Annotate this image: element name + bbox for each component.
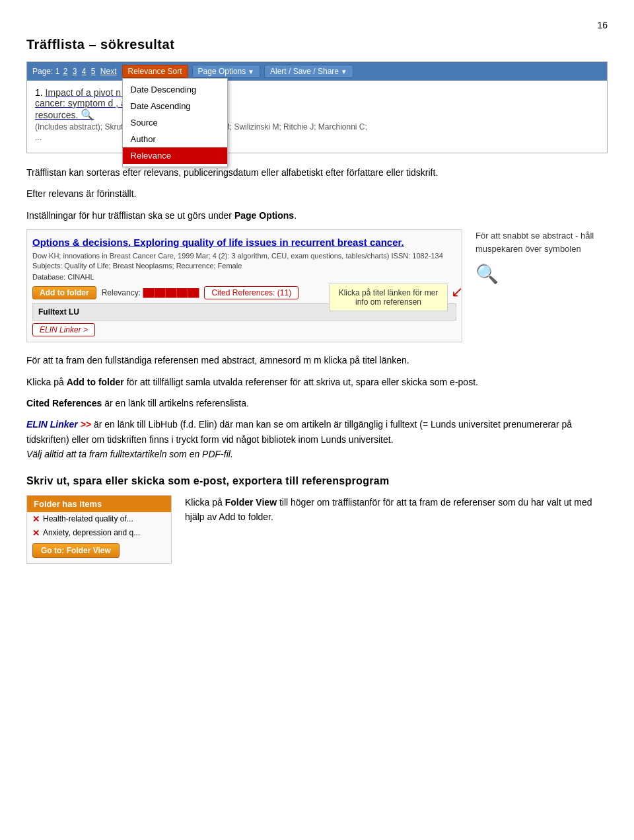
results-toolbar: Page: 1 2 3 4 5 Next Relevance Sort Date… [27, 62, 607, 81]
remove-item-1-icon[interactable]: ✕ [32, 514, 40, 524]
page-4-link[interactable]: 4 [82, 67, 87, 76]
next-link[interactable]: Next [100, 67, 117, 76]
para-elin-linker: ELIN Linker >> är en länk till LibHub (f… [26, 417, 608, 461]
abstract-side-note: För att snabbt se abstract - håll muspek… [476, 229, 608, 288]
page-options-btn[interactable]: Page Options [192, 65, 260, 78]
para-cited-references: Cited References är en länk till artikel… [26, 396, 608, 410]
folder-screenshot: Folder has items ✕ Health-related qualit… [26, 495, 172, 564]
ref-title-link[interactable]: Options & decisions. Exploring quality o… [32, 235, 456, 249]
relevance-sort-btn[interactable]: Relevance Sort [122, 65, 188, 78]
magnifier-icon: 🔍 [476, 260, 608, 288]
relevancy-dots: ██████████ [143, 288, 199, 297]
sort-source[interactable]: Source [123, 114, 227, 131]
page-number: 16 [26, 20, 608, 30]
ref-meta: Dow KH; innovations in Breast Cancer Car… [32, 252, 456, 260]
remove-item-2-icon[interactable]: ✕ [32, 528, 40, 538]
page-5-link[interactable]: 5 [91, 67, 96, 76]
result-item-1: 1. Impact of a pivot n with lung or brea… [35, 87, 599, 142]
italic-pdf-note: Välj alltid att ta fram fulltextartikeln… [26, 449, 233, 459]
result-more: ... [35, 133, 599, 142]
sort-date-asc[interactable]: Date Ascending [123, 98, 227, 114]
page-3-link[interactable]: 3 [73, 67, 77, 76]
sort-author[interactable]: Author [123, 131, 227, 147]
cited-references-btn[interactable]: Cited References: (11) [204, 286, 299, 299]
folder-header: Folder has items [27, 496, 171, 512]
ref-subjects: Subjects: Quality of Life; Breast Neopla… [32, 262, 456, 270]
reference-screenshot: Options & decisions. Exploring quality o… [26, 229, 462, 342]
alert-save-share-btn[interactable]: Alert / Save / Share [264, 65, 353, 78]
page-indicator: Page: 1 2 3 4 5 Next [32, 67, 118, 76]
sort-dropdown-menu: Date Descending Date Ascending Source Au… [122, 78, 228, 167]
elin-logo: ELIN Linker >> [26, 419, 94, 430]
para-sort-explanation: Träfflistan kan sorteras efter relevans,… [26, 165, 608, 180]
add-to-folder-btn[interactable]: Add to folder [32, 286, 96, 299]
folder-item-2: ✕ Anxiety, depression and q... [27, 526, 171, 540]
sort-date-desc[interactable]: Date Descending [123, 81, 227, 98]
para-default-sort: Efter relevans är förinställt. [26, 186, 608, 201]
result-number: 1. [35, 87, 43, 98]
folder-item-1: ✕ Health-related quality of... [27, 512, 171, 526]
sort-relevance[interactable]: Relevance [123, 147, 227, 164]
section2-heading: Skriv ut, spara eller skicka som e-post,… [26, 475, 608, 487]
ref-database: Database: CINAHL [32, 273, 456, 281]
para-folder-description: Klicka på Folder View till höger om träf… [185, 495, 608, 525]
results-content: 1. Impact of a pivot n with lung or brea… [27, 81, 607, 153]
elin-linker-btn[interactable]: ELIN Linker > [32, 323, 95, 336]
screenshot-section: Options & decisions. Exploring quality o… [26, 229, 608, 342]
search-results-box: Page: 1 2 3 4 5 Next Relevance Sort Date… [26, 61, 608, 153]
result-authors: (Includes abstract); Skrutkowski M; Sauc… [35, 122, 599, 132]
para-add-folder: Klicka på Add to folder för att tillfäll… [26, 375, 608, 389]
page-2-link[interactable]: 2 [63, 67, 68, 76]
para-full-reference: För att ta fram den fullständiga referen… [26, 353, 608, 367]
section-title: Träfflista – sökresultat [26, 37, 608, 52]
hover-tooltip: Klicka på titel länken för mer info om r… [329, 284, 448, 311]
relevance-sort-dropdown[interactable]: Relevance Sort Date Descending Date Asce… [122, 65, 188, 78]
annotation-arrow-icon: ↙ [451, 284, 463, 301]
relevancy-indicator: Relevancy: ██████████ [102, 288, 199, 297]
para-page-options: Inställningar för hur träfflistan ska se… [26, 208, 608, 223]
goto-folder-view-btn[interactable]: Go to: Folder View [32, 543, 120, 558]
folder-section: Folder has items ✕ Health-related qualit… [26, 495, 608, 564]
